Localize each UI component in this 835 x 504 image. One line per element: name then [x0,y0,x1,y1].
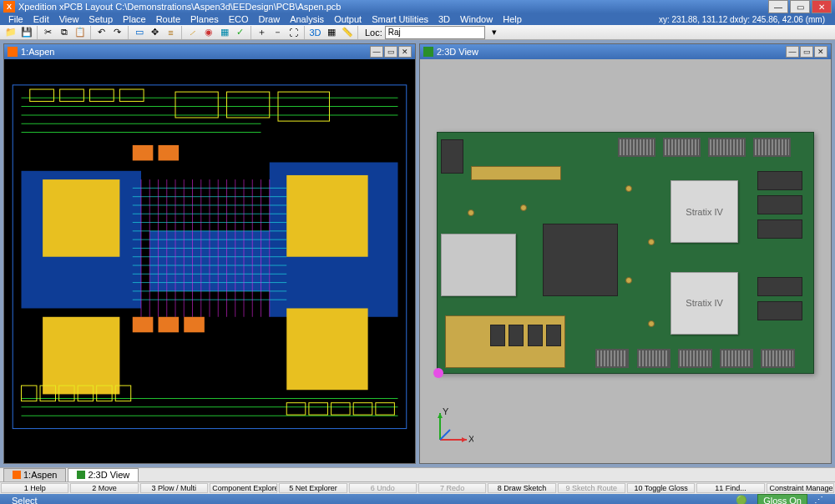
svg-rect-30 [133,145,154,161]
chip-stratix-2: Stratix IV [671,272,738,335]
toolbar-copy-icon[interactable]: ⧉ [57,25,71,39]
title-bar: X Xpedition xPCB Layout C:\Demonstration… [0,0,835,13]
svg-rect-5 [286,175,367,257]
status-indicator: 🟢 [729,495,754,504]
toolbar-zoom-fit-icon[interactable]: ⛶ [286,25,301,39]
toolbar-move-icon[interactable]: ✥ [148,25,162,39]
menu-window[interactable]: Window [455,13,498,25]
svg-rect-25 [227,92,270,118]
menu-bar: File Edit View Setup Place Route Planes … [0,13,835,25]
fnkey-2[interactable]: 2 Move [70,483,138,493]
minimize-button[interactable]: — [768,0,788,13]
toolbar-via-icon[interactable]: ◉ [201,25,215,39]
toolbar-save-icon[interactable]: 💾 [19,25,33,39]
menu-smart-utilities[interactable]: Smart Utilities [367,13,433,25]
fnkey-12[interactable]: 12 Constraint Manager... [767,483,834,493]
fnkey-11[interactable]: 11 Find... [696,483,764,493]
svg-rect-27 [133,317,154,333]
toolbar-3d-icon[interactable]: 3D [308,25,322,39]
toolbar-undo-icon[interactable]: ↶ [94,25,109,39]
fnkey-8[interactable]: 8 Draw Sketch [488,483,555,493]
doctab-3dview[interactable]: 2:3D View [68,468,139,481]
toolbar-paste-icon[interactable]: 📋 [73,25,87,39]
svg-marker-33 [462,437,467,442]
menu-eco[interactable]: ECO [224,13,254,25]
svg-rect-12 [119,89,144,101]
coordinate-readout: xy: 231.88, 131.12 dxdy: 245.86, 42.06 (… [659,15,832,24]
toolbar-zoom-in-icon[interactable]: ＋ [255,25,269,39]
toolbar-layers-icon[interactable]: ≡ [164,25,178,39]
menu-file[interactable]: File [3,13,28,25]
toolbar-grid-icon[interactable]: ▦ [324,25,338,39]
menu-analysis[interactable]: Analysis [285,13,329,25]
toolbar-open-icon[interactable]: 📁 [3,25,18,39]
pcb-2d-canvas[interactable] [4,59,415,463]
svg-rect-21 [331,403,351,415]
toolbar-drc-icon[interactable]: ✓ [233,25,247,39]
menu-output[interactable]: Output [329,13,367,25]
fnkey-9: 9 Sketch Route [558,483,625,493]
loc-dropdown-icon[interactable]: ▾ [488,25,502,39]
toolbar-redo-icon[interactable]: ↷ [110,25,124,39]
menu-planes[interactable]: Planes [185,13,224,25]
pane-3d-maximize-button[interactable]: ▭ [800,46,813,58]
svg-rect-10 [60,89,84,101]
menu-route[interactable]: Route [151,13,185,25]
toolbar-measure-icon[interactable]: 📏 [340,25,354,39]
axis-triad-icon: X Y [432,406,473,448]
pane-2d-minimize-button[interactable]: — [370,46,383,58]
svg-line-38 [440,430,450,440]
fnkey-1[interactable]: 1 Help [1,483,68,493]
fnkey-10[interactable]: 10 Toggle Gloss [627,483,695,493]
fnkey-4[interactable]: 4 Component Explorer [210,483,277,493]
svg-rect-6 [43,317,119,395]
doctab-aspen[interactable]: 1:Aspen [3,468,66,481]
svg-rect-11 [90,89,114,101]
status-resize-grip-icon[interactable]: ⋰ [807,495,830,504]
doctab-aspen-label: 1:Aspen [23,470,57,480]
doctab-aspen-icon [13,471,21,479]
fnkey-3[interactable]: 3 Plow / Multi [140,483,208,493]
document-tab-bar: 1:Aspen 2:3D View [0,467,835,481]
toolbar-cut-icon[interactable]: ✂ [41,25,55,39]
pane-2d-icon [8,47,18,57]
fnkey-5[interactable]: 5 Net Explorer [279,483,347,493]
svg-rect-20 [309,403,328,415]
pane-3d-close-button[interactable]: ✕ [814,46,827,58]
status-bar: Select 🟢 Gloss On ⋰ [0,494,835,504]
doctab-3dview-icon [77,471,85,479]
pcb-3d-canvas[interactable]: Stratix IV Stratix IV [420,59,831,463]
pane-2d-maximize-button[interactable]: ▭ [384,46,397,58]
svg-rect-31 [159,145,180,161]
svg-text:Y: Y [443,406,449,416]
chip-stratix-1: Stratix IV [671,180,738,243]
pane-2d-title: 1:Aspen [21,47,369,57]
menu-3d[interactable]: 3D [433,13,455,25]
toolbar-route-icon[interactable]: ⟋ [185,25,200,39]
pane-3d-minimize-button[interactable]: — [786,46,799,58]
menu-help[interactable]: Help [498,13,527,25]
loc-input[interactable] [385,26,485,39]
status-gloss[interactable]: Gloss On [757,494,807,504]
menu-draw[interactable]: Draw [253,13,285,25]
menu-edit[interactable]: Edit [28,13,54,25]
menu-place[interactable]: Place [118,13,151,25]
svg-rect-28 [159,317,180,333]
pane-2d: 1:Aspen — ▭ ✕ [3,43,416,464]
maximize-button[interactable]: ▭ [790,0,810,13]
pane-2d-close-button[interactable]: ✕ [398,46,412,58]
toolbar-plane-icon[interactable]: ▦ [217,25,231,39]
mdi-area: 1:Aspen — ▭ ✕ [0,40,835,467]
status-mode: Select [5,496,44,504]
svg-rect-9 [30,89,54,101]
app-icon: X [3,1,15,13]
menu-setup[interactable]: Setup [84,13,118,25]
toolbar: 📁 💾 ✂ ⧉ 📋 ↶ ↷ ▭ ✥ ≡ ⟋ ◉ ▦ ✓ ＋ － ⛶ 3D ▦ 📏… [0,25,835,40]
doctab-3dview-label: 2:3D View [88,470,129,480]
close-button[interactable]: ✕ [812,0,832,13]
svg-rect-29 [184,317,205,333]
menu-view[interactable]: View [54,13,84,25]
toolbar-select-icon[interactable]: ▭ [132,25,146,39]
toolbar-zoom-out-icon[interactable]: － [271,25,285,39]
pane-3d-title: 2:3D View [437,47,785,57]
